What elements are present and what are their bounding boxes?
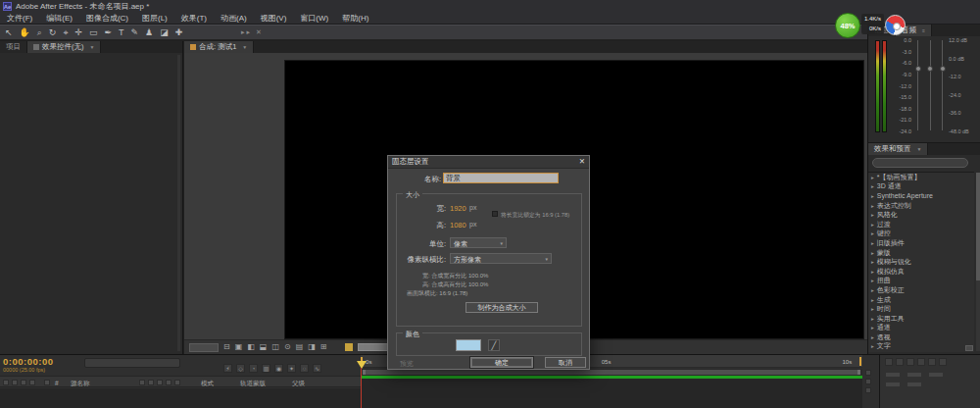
effects-category[interactable]: ▸ 文字 [868, 342, 974, 352]
panel-menu-icon[interactable]: ▼ [90, 44, 95, 50]
playhead-line[interactable] [361, 368, 362, 408]
effects-category[interactable]: ▸ 通道 [868, 324, 974, 333]
audio-speaker-icon[interactable] [12, 380, 18, 385]
live-update-icon[interactable]: ⚡ [223, 364, 232, 373]
menu-item[interactable]: 效果(T) [174, 13, 214, 24]
options-col-icon[interactable] [939, 358, 947, 366]
make-comp-size-button[interactable]: 制作为合成大小 [466, 302, 538, 313]
label-icon[interactable] [44, 380, 50, 385]
effects-search-input[interactable] [872, 158, 968, 168]
motion-blur-icon[interactable]: ◉ [274, 364, 283, 373]
expand-arrow-icon[interactable]: ▸ [871, 325, 874, 331]
menu-item[interactable]: 图层(L) [135, 13, 174, 24]
effects-category[interactable]: ▸ 3D 通道 [868, 182, 974, 192]
net-speed-ball[interactable]: 48% [835, 13, 860, 38]
solo-icon[interactable] [21, 380, 26, 385]
lock-icon[interactable] [29, 380, 35, 385]
expand-arrow-icon[interactable]: ▸ [871, 343, 874, 349]
dialog-title-bar[interactable]: 固态层设置 ✕ [388, 156, 589, 169]
frame-blend-col-icon[interactable] [148, 380, 154, 385]
close-icon[interactable]: ✕ [579, 158, 585, 166]
snapshot-icon[interactable]: ⊙ [284, 343, 291, 351]
cancel-button[interactable]: 取消 [545, 357, 586, 368]
level-slider[interactable] [917, 40, 918, 130]
expand-arrow-icon[interactable]: ▸ [871, 287, 874, 293]
mode-header[interactable]: 模式 [201, 380, 214, 388]
toolbar-overflow[interactable]: ▸▸ ✕ [241, 28, 264, 36]
menu-item[interactable]: 帮助(H) [335, 13, 375, 24]
expand-arrow-icon[interactable]: ▸ [871, 230, 874, 236]
pen-tool[interactable]: ✒ [105, 28, 113, 37]
panel-menu-icon[interactable]: ▼ [242, 44, 247, 50]
work-area-bar[interactable] [361, 369, 862, 376]
zoom-tool[interactable]: ⌕ [37, 28, 42, 37]
lock-aspect-checkbox[interactable] [492, 211, 498, 217]
shape-tool[interactable]: ▭ [89, 28, 98, 37]
graph-editor-icon[interactable]: ∿ [313, 364, 321, 373]
effects-category[interactable]: ▸ 模糊与锐化 [868, 257, 974, 267]
safe-margins-icon[interactable]: ▣ [235, 343, 243, 351]
effects-category[interactable]: ▸ 旧版插件 [868, 238, 974, 248]
keys-col-icon[interactable] [928, 358, 936, 366]
transparency-grid-icon[interactable]: ◫ [271, 343, 279, 351]
text-tool[interactable]: T [119, 28, 124, 37]
unified-camera-tool[interactable]: ⌖ [63, 28, 68, 37]
flowchart-icon[interactable]: ⊟ [223, 343, 230, 351]
height-value[interactable]: 1080 [450, 221, 466, 230]
effects-category[interactable]: ▸ *【动画预置】 [868, 173, 974, 182]
effects-category[interactable]: ▸ 生成 [868, 295, 974, 305]
effects-category[interactable]: ▸ 蒙版 [868, 248, 974, 258]
scrollbar[interactable] [177, 55, 180, 351]
ok-button[interactable]: 确定 [470, 357, 533, 368]
expand-arrow-icon[interactable]: ▸ [871, 203, 874, 209]
source-name-header[interactable]: 源名称 [71, 380, 90, 388]
switches-icon[interactable] [139, 380, 145, 385]
region-of-interest-icon[interactable]: ⬓ [260, 343, 268, 351]
level-slider[interactable] [942, 40, 943, 130]
menu-item[interactable]: 文件(F) [0, 13, 39, 24]
effects-category[interactable]: ▸ 扭曲 [868, 277, 974, 286]
draft-3d-icon[interactable]: ◇ [236, 364, 245, 373]
trkmat-header[interactable]: 轨道蒙版 [240, 380, 266, 388]
width-value[interactable]: 1920 [450, 204, 466, 213]
threed-col-icon[interactable] [174, 380, 180, 385]
selection-tool[interactable]: ↖ [5, 28, 13, 37]
adjustment-col-icon[interactable] [166, 380, 172, 385]
auto-keyframe-icon[interactable]: ◌ [300, 364, 309, 373]
brainstorm-icon[interactable]: ✦ [287, 364, 296, 373]
level-slider[interactable] [930, 40, 931, 130]
panel-menu-icon[interactable]: ▼ [917, 146, 922, 152]
zoom-icon[interactable] [865, 387, 871, 393]
timeline-search-input[interactable] [84, 358, 180, 368]
expand-arrow-icon[interactable]: ▸ [871, 278, 874, 283]
effects-category[interactable]: ▸ 色彩校正 [868, 285, 974, 295]
expand-arrow-icon[interactable]: ▸ [871, 250, 874, 256]
expand-arrow-icon[interactable]: ▸ [871, 297, 874, 303]
track-area[interactable] [361, 379, 862, 408]
name-input[interactable] [443, 173, 559, 183]
effects-category[interactable]: ▸ 实用工具 [868, 314, 974, 324]
parent-header[interactable]: 父级 [292, 380, 305, 388]
expand-arrow-icon[interactable]: ▸ [871, 334, 874, 340]
effects-category[interactable]: ▸ 键控 [868, 230, 974, 239]
tab-composition[interactable]: 合成: 测试1 ▼ [184, 41, 254, 53]
menu-item[interactable]: 视图(V) [254, 13, 294, 24]
menu-item[interactable]: 窗口(W) [293, 13, 335, 24]
brush-tool[interactable]: ✎ [131, 28, 139, 37]
expand-arrow-icon[interactable]: ▸ [871, 175, 874, 180]
effects-category[interactable]: ▸ Synthetic Aperture [868, 191, 974, 201]
out-col-icon[interactable] [896, 358, 904, 366]
menu-item[interactable]: 编辑(E) [39, 13, 79, 24]
expand-arrow-icon[interactable]: ▸ [871, 212, 874, 218]
effects-category[interactable]: ▸ 透视 [868, 332, 974, 342]
effects-category[interactable]: ▸ 过渡 [868, 220, 974, 230]
comp-marker-icon[interactable] [865, 370, 871, 376]
rotate-tool[interactable]: ↻ [49, 28, 57, 37]
expand-arrow-icon[interactable]: ▸ [871, 222, 874, 228]
scrollbar[interactable] [976, 173, 980, 351]
magnification-dropdown[interactable] [189, 343, 219, 352]
expand-arrow-icon[interactable]: ▸ [871, 193, 874, 199]
motion-blur-col-icon[interactable] [157, 380, 163, 385]
hide-shy-icon[interactable]: ◔ [249, 364, 258, 373]
puppet-pin-tool[interactable]: ✚ [175, 28, 183, 37]
